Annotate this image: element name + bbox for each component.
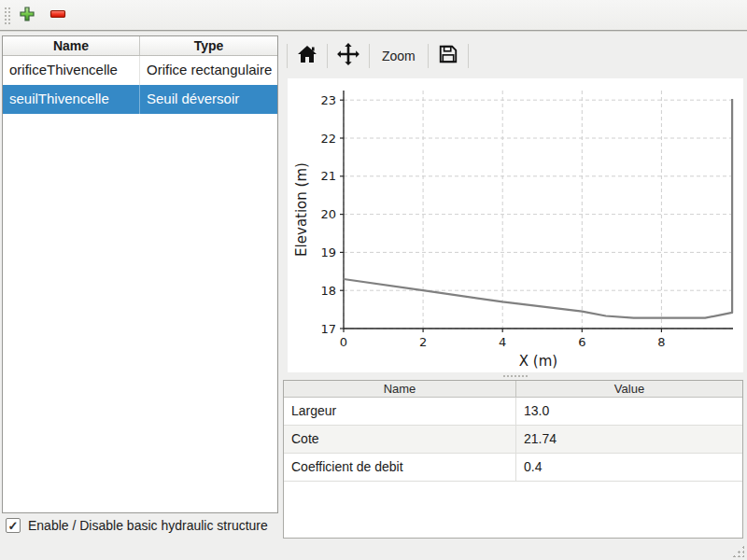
- svg-text:8: 8: [657, 335, 665, 349]
- properties-table-header: Name Value: [284, 381, 742, 398]
- pan-button[interactable]: [331, 42, 366, 70]
- property-row[interactable]: Cote 21.74: [284, 426, 742, 454]
- svg-text:18: 18: [320, 284, 336, 298]
- toolbar-separator: [468, 44, 469, 68]
- property-name: Coefficient de debit: [284, 454, 516, 481]
- property-value[interactable]: 0.4: [516, 454, 742, 481]
- property-value[interactable]: 13.0: [516, 398, 742, 425]
- svg-text:0: 0: [340, 335, 347, 349]
- toolbar-separator: [369, 44, 370, 68]
- table-row[interactable]: orificeThivencelle Orifice rectangulaire: [3, 56, 277, 85]
- toolbar-drag-handle[interactable]: [4, 7, 12, 25]
- enable-structure-checkbox[interactable]: [6, 518, 21, 533]
- toolbar-separator: [428, 44, 429, 68]
- property-name: Largeur: [284, 398, 516, 425]
- structure-name: orificeThivencelle: [3, 56, 140, 85]
- property-value[interactable]: 21.74: [516, 426, 742, 453]
- svg-text:23: 23: [320, 93, 336, 107]
- toolbar-separator: [327, 44, 328, 68]
- table-row[interactable]: seuilThivencelle Seuil déversoir: [3, 85, 277, 114]
- svg-text:X (m): X (m): [519, 353, 557, 370]
- column-header-value[interactable]: Value: [516, 381, 742, 397]
- enable-structure-row: Enable / Disable basic hydraulic structu…: [6, 518, 268, 533]
- svg-text:22: 22: [320, 132, 336, 146]
- svg-text:2: 2: [419, 335, 427, 349]
- splitter-handle[interactable]: [502, 374, 529, 378]
- save-button[interactable]: [431, 42, 465, 70]
- plot-toolbar: Zoom: [284, 40, 472, 72]
- structure-type: Seuil déversoir: [140, 85, 277, 114]
- enable-structure-label[interactable]: Enable / Disable basic hydraulic structu…: [28, 518, 268, 533]
- home-icon: [297, 45, 317, 67]
- minus-icon: [49, 6, 66, 26]
- column-header-name[interactable]: Name: [3, 36, 140, 55]
- app-window: Name Type orificeThivencelle Orifice rec…: [0, 0, 747, 560]
- property-row[interactable]: Largeur 13.0: [284, 398, 742, 426]
- structures-panel: Name Type orificeThivencelle Orifice rec…: [2, 35, 278, 513]
- save-icon: [438, 44, 458, 68]
- property-row[interactable]: Coefficient de debit 0.4: [284, 454, 742, 482]
- toolbar-separator: [287, 44, 288, 68]
- elevation-profile-figure: 1718192021222302468X (m)Elevation (m): [288, 78, 743, 372]
- property-name: Cote: [284, 426, 516, 453]
- svg-text:20: 20: [320, 207, 336, 221]
- column-header-name[interactable]: Name: [284, 381, 516, 397]
- elevation-profile-chart[interactable]: 1718192021222302468X (m)Elevation (m): [288, 78, 743, 372]
- column-header-type[interactable]: Type: [140, 36, 277, 55]
- main-toolbar: [0, 0, 747, 31]
- remove-structure-button[interactable]: [47, 5, 69, 27]
- structure-type: Orifice rectangulaire: [140, 56, 277, 85]
- svg-text:Elevation (m): Elevation (m): [293, 162, 310, 257]
- zoom-button[interactable]: Zoom: [373, 42, 425, 70]
- move-icon: [336, 42, 360, 70]
- window-resize-grip[interactable]: [732, 545, 744, 557]
- plus-icon: [19, 6, 35, 26]
- add-structure-button[interactable]: [16, 5, 38, 27]
- svg-text:4: 4: [499, 335, 506, 349]
- structure-name: seuilThivencelle: [3, 85, 140, 114]
- home-button[interactable]: [290, 42, 324, 70]
- svg-text:21: 21: [320, 169, 336, 183]
- svg-text:19: 19: [320, 245, 336, 259]
- svg-text:6: 6: [578, 335, 585, 349]
- svg-text:17: 17: [320, 322, 336, 336]
- properties-table: Name Value Largeur 13.0 Cote 21.74 Coeff…: [283, 380, 743, 539]
- structures-table-header: Name Type: [3, 36, 277, 56]
